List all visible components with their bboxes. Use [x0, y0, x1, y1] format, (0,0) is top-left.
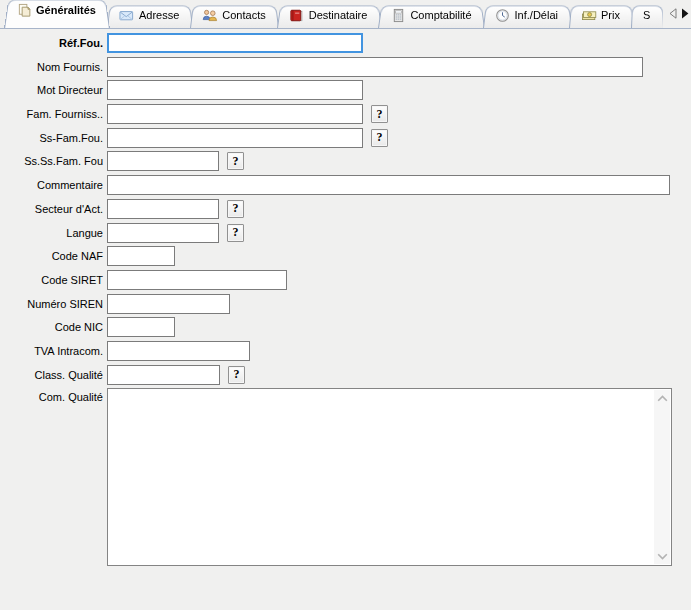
ss-ss-fam-fou-lookup-button[interactable]: ? — [227, 152, 244, 170]
fam-fournisseur-input[interactable] — [107, 104, 363, 124]
tab-clipped[interactable]: S — [636, 4, 659, 28]
class-qualite-input[interactable] — [107, 365, 220, 385]
ref-fou-input[interactable] — [107, 33, 363, 53]
fam-fournisseur-label: Fam. Fourniss.. — [0, 108, 107, 120]
mot-directeur-input[interactable] — [107, 80, 363, 100]
tab-generalites[interactable]: Généralités — [9, 0, 105, 28]
commentaire-label: Commentaire — [0, 179, 107, 191]
calculator-icon — [390, 7, 406, 23]
langue-input[interactable] — [107, 223, 219, 243]
form-row: Nom Fournis. — [0, 57, 691, 77]
tab-scroll-buttons — [663, 0, 691, 28]
clock-icon — [495, 7, 511, 23]
secteur-act-input[interactable] — [107, 199, 219, 219]
code-naf-input[interactable] — [107, 246, 175, 266]
tab-label: Contacts — [222, 10, 265, 21]
form-row: Réf.Fou. — [0, 33, 691, 53]
code-siret-label: Code SIRET — [0, 274, 107, 286]
nom-fournis-input[interactable] — [107, 57, 643, 77]
form-row: Ss.Ss.Fam. Fou ? — [0, 151, 691, 171]
red-book-icon — [289, 7, 305, 23]
scroll-up-icon[interactable] — [654, 390, 670, 406]
textarea-scrollbar[interactable] — [654, 390, 670, 564]
ss-ss-fam-fou-input[interactable] — [107, 151, 219, 171]
tab-contacts[interactable]: Contacts — [195, 4, 274, 28]
tab-label: S — [643, 10, 650, 21]
form-row: Com. Qualité — [0, 388, 691, 566]
form-row: Ss-Fam.Fou. ? — [0, 128, 691, 148]
commentaire-input[interactable] — [107, 175, 670, 195]
numero-siren-input[interactable] — [107, 294, 230, 314]
tab-label: Comptabilité — [410, 10, 471, 21]
form-row: Code NIC — [0, 317, 691, 337]
numero-siren-label: Numéro SIREN — [0, 298, 107, 310]
tab-label: Généralités — [36, 5, 96, 16]
code-nic-input[interactable] — [107, 317, 175, 337]
code-naf-label: Code NAF — [0, 250, 107, 262]
people-icon — [202, 7, 218, 23]
supplier-form-window: Généralités Adresse — [0, 0, 691, 566]
ss-fam-fou-lookup-button[interactable]: ? — [371, 129, 388, 147]
tab-adresse[interactable]: Adresse — [112, 4, 188, 28]
fam-fournisseur-lookup-button[interactable]: ? — [371, 105, 388, 123]
notes-icon — [16, 3, 32, 19]
tab-label: Prix — [601, 10, 620, 21]
class-qualite-label: Class. Qualité — [0, 369, 107, 381]
form-row: Code NAF — [0, 246, 691, 266]
scroll-tabs-right-button[interactable] — [680, 8, 689, 20]
tab-destinataire[interactable]: Destinataire — [282, 4, 377, 28]
secteur-act-label: Secteur d'Act. — [0, 203, 107, 215]
form-row: TVA Intracom. — [0, 341, 691, 361]
langue-lookup-button[interactable]: ? — [227, 224, 244, 242]
tab-label: Inf./Délai — [515, 10, 558, 21]
mot-directeur-label: Mot Directeur — [0, 84, 107, 96]
form-row: Fam. Fourniss.. ? — [0, 104, 691, 124]
scroll-down-icon[interactable] — [654, 548, 670, 564]
tabs-container: Généralités Adresse — [0, 0, 663, 28]
form-row: Langue ? — [0, 223, 691, 243]
tab-prix[interactable]: Prix — [574, 4, 629, 28]
tab-label: Adresse — [139, 10, 179, 21]
tva-intracom-input[interactable] — [107, 341, 250, 361]
envelope-icon — [119, 7, 135, 23]
ss-fam-fou-input[interactable] — [107, 128, 363, 148]
form-row: Secteur d'Act. ? — [0, 199, 691, 219]
tab-bar: Généralités Adresse — [0, 0, 691, 29]
ss-ss-fam-fou-label: Ss.Ss.Fam. Fou — [0, 155, 107, 167]
tab-inf-delai[interactable]: Inf./Délai — [488, 4, 567, 28]
code-siret-input[interactable] — [107, 270, 287, 290]
com-qualite-label: Com. Qualité — [0, 388, 107, 403]
ss-fam-fou-label: Ss-Fam.Fou. — [0, 132, 107, 144]
ref-fou-label: Réf.Fou. — [0, 37, 107, 49]
tab-comptabilite[interactable]: Comptabilité — [383, 4, 480, 28]
form-row: Numéro SIREN — [0, 294, 691, 314]
form-row: Class. Qualité ? — [0, 365, 691, 385]
code-nic-label: Code NIC — [0, 321, 107, 333]
generalites-form: Réf.Fou. Nom Fournis. Mot Directeur Fam.… — [0, 29, 691, 566]
scroll-tabs-left-button[interactable] — [668, 8, 677, 20]
money-icon — [581, 7, 597, 23]
tva-intracom-label: TVA Intracom. — [0, 345, 107, 357]
nom-fournis-label: Nom Fournis. — [0, 61, 107, 73]
secteur-act-lookup-button[interactable]: ? — [227, 200, 244, 218]
form-row: Code SIRET — [0, 270, 691, 290]
langue-label: Langue — [0, 227, 107, 239]
class-qualite-lookup-button[interactable]: ? — [228, 366, 245, 384]
com-qualite-textarea[interactable] — [107, 388, 672, 566]
form-row: Commentaire — [0, 175, 691, 195]
tab-label: Destinataire — [309, 10, 368, 21]
form-row: Mot Directeur — [0, 80, 691, 100]
